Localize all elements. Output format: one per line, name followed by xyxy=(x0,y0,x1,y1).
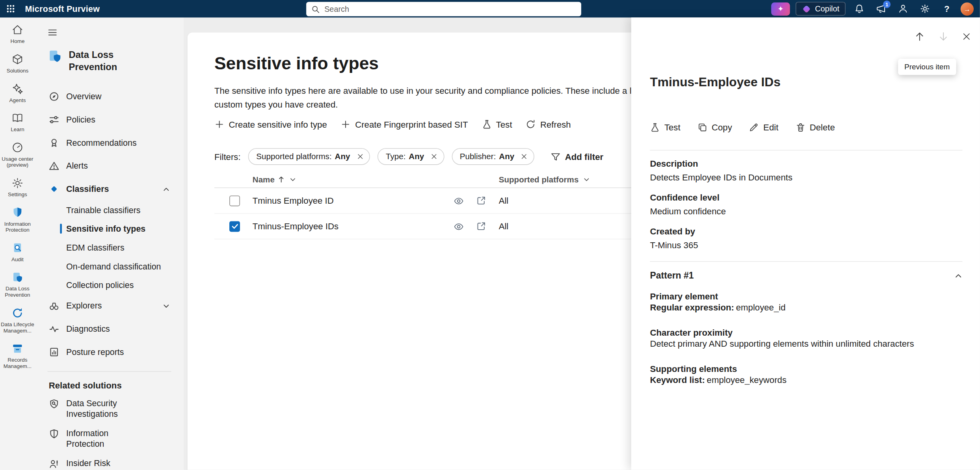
feedback-button[interactable] xyxy=(895,1,911,17)
filter-chip-supported-platforms[interactable]: Supported platforms:Any xyxy=(248,148,370,165)
filters-label: Filters: xyxy=(214,152,241,162)
rail-item-data-loss-prevention[interactable]: Data Loss Prevention xyxy=(0,271,35,298)
rail-item-records[interactable]: Records Managem... xyxy=(0,342,35,369)
nav-subitem-trainable-classifiers[interactable]: Trainable classifiers xyxy=(35,201,184,219)
rail-item-home[interactable]: Home xyxy=(0,24,35,44)
field-label: Created by xyxy=(650,226,962,238)
refresh-button[interactable]: Refresh xyxy=(526,119,571,129)
nav-subitem-on-demand-classification[interactable]: On-demand classification xyxy=(35,257,184,276)
product-name: Data Loss Prevention xyxy=(69,49,147,72)
sort-ascending-icon xyxy=(278,176,285,183)
nav-item-diagnostics[interactable]: Diagnostics xyxy=(35,318,184,341)
primary-element-label: Primary element xyxy=(650,290,962,302)
search-input[interactable] xyxy=(324,5,576,13)
open-item-icon[interactable] xyxy=(476,195,499,205)
diagnostics-icon xyxy=(49,324,60,334)
nav-collapse-button[interactable] xyxy=(48,28,58,37)
dlp-product-icon xyxy=(48,49,63,64)
nav-item-data-security-investigations[interactable]: Data Security Investigations xyxy=(35,394,184,424)
pattern-title: Pattern #1 xyxy=(650,271,694,281)
close-panel-button[interactable] xyxy=(962,32,971,41)
row-checkbox[interactable] xyxy=(229,195,240,206)
rail-item-solutions[interactable]: Solutions xyxy=(0,53,35,74)
test-button[interactable]: Test xyxy=(482,119,512,129)
previous-item-button[interactable] xyxy=(914,31,925,42)
plus-icon xyxy=(214,119,224,129)
posture-reports-icon xyxy=(49,347,60,357)
row-checkbox-checked[interactable] xyxy=(229,221,240,232)
next-item-button[interactable] xyxy=(938,31,949,42)
copilot-label: Copilot xyxy=(815,4,839,13)
copilot-button[interactable]: Copilot xyxy=(796,2,846,16)
recommendations-icon xyxy=(49,137,60,148)
account-avatar[interactable]: → xyxy=(961,2,974,15)
nav-subitem-sensitive-info-types[interactable]: Sensitive info types xyxy=(35,219,184,238)
copilot-icon xyxy=(802,4,811,13)
nav-item-posture-reports[interactable]: Posture reports xyxy=(35,340,184,364)
learn-icon xyxy=(11,112,24,124)
nav-subitem-collection-policies[interactable]: Collection policies xyxy=(35,275,184,294)
data-lifecycle-icon xyxy=(11,307,24,320)
panel-test-button[interactable]: Test xyxy=(650,123,680,132)
nav-divider xyxy=(48,371,171,372)
rail-item-audit[interactable]: Audit xyxy=(0,242,35,262)
announcements-button[interactable]: 1 xyxy=(873,1,889,17)
nav-item-policies[interactable]: Policies xyxy=(35,108,184,131)
chevron-down-icon xyxy=(162,302,170,310)
beaker-icon xyxy=(482,119,491,129)
filter-chip-publisher[interactable]: Publisher:Any xyxy=(452,148,534,165)
rail-item-usage-center[interactable]: Usage center (preview) xyxy=(0,141,35,168)
proximity-label: Character proximity xyxy=(650,327,962,338)
field-created-by: Created by T-Minus 365 xyxy=(650,226,962,251)
app-launcher-button[interactable] xyxy=(0,0,21,17)
preview-eye-icon[interactable] xyxy=(454,195,476,205)
nav-item-insider-risk-management[interactable]: Insider Risk Management xyxy=(35,453,184,470)
nav-item-recommendations[interactable]: Recommendations xyxy=(35,131,184,154)
add-filter-button[interactable]: Add filter xyxy=(550,152,603,162)
keyword-list-value: employee_keywords xyxy=(707,375,787,385)
dismiss-filter-icon[interactable] xyxy=(517,150,531,163)
rail-item-information-protection[interactable]: Information Protection xyxy=(0,206,35,233)
keyword-list-label: Keyword list: xyxy=(650,375,705,385)
nav-item-information-protection-related[interactable]: Information Protection xyxy=(35,424,184,453)
copilot-sparkle-button[interactable]: ✦ xyxy=(771,2,790,15)
create-sensitive-info-type-button[interactable]: Create sensitive info type xyxy=(214,119,327,129)
copy-icon xyxy=(697,123,707,132)
app-rail: Home Solutions Agents Learn Usage center… xyxy=(0,17,35,470)
nav-item-overview[interactable]: Overview xyxy=(35,85,184,108)
platforms-value: All xyxy=(499,195,509,205)
rail-item-learn[interactable]: Learn xyxy=(0,112,35,132)
rail-item-agents[interactable]: Agents xyxy=(0,82,35,103)
dismiss-filter-icon[interactable] xyxy=(427,150,441,163)
field-description: Description Detects Employee IDs in Docu… xyxy=(650,158,962,184)
collapse-pattern-button[interactable] xyxy=(954,271,963,280)
panel-divider xyxy=(650,261,962,262)
sit-name: Tminus Employee ID xyxy=(253,195,334,205)
signin-arrow-icon: → xyxy=(964,5,971,13)
open-item-icon[interactable] xyxy=(476,221,499,231)
nav-subitem-edm-classifiers[interactable]: EDM classifiers xyxy=(35,238,184,257)
nav-item-classifiers[interactable]: Classifiers xyxy=(35,177,184,201)
filter-chip-type[interactable]: Type:Any xyxy=(377,148,444,165)
nav-item-explorers[interactable]: Explorers xyxy=(35,294,184,318)
dismiss-filter-icon[interactable] xyxy=(353,150,367,163)
panel-edit-button[interactable]: Edit xyxy=(749,123,779,132)
panel-delete-button[interactable]: Delete xyxy=(795,123,835,132)
rail-item-settings[interactable]: Settings xyxy=(0,177,35,197)
chevron-down-icon[interactable] xyxy=(290,176,296,182)
data-loss-prevention-icon xyxy=(11,271,24,284)
panel-body: Description Detects Employee IDs in Docu… xyxy=(650,150,962,399)
chevron-up-icon xyxy=(162,185,170,193)
nav-item-alerts[interactable]: Alerts xyxy=(35,154,184,178)
check-icon xyxy=(231,223,238,230)
usage-center-icon xyxy=(11,141,24,154)
column-header-name[interactable]: Name xyxy=(253,175,454,184)
chevron-down-icon[interactable] xyxy=(583,176,589,182)
create-fingerprint-sit-button[interactable]: Create Fingerprint based SIT xyxy=(341,119,468,129)
settings-button[interactable] xyxy=(917,1,933,17)
rail-item-data-lifecycle[interactable]: Data Lifecycle Managem... xyxy=(0,307,35,334)
panel-copy-button[interactable]: Copy xyxy=(697,123,732,132)
notifications-button[interactable] xyxy=(851,1,867,17)
help-button[interactable]: ? xyxy=(939,1,955,17)
preview-eye-icon[interactable] xyxy=(454,221,476,231)
